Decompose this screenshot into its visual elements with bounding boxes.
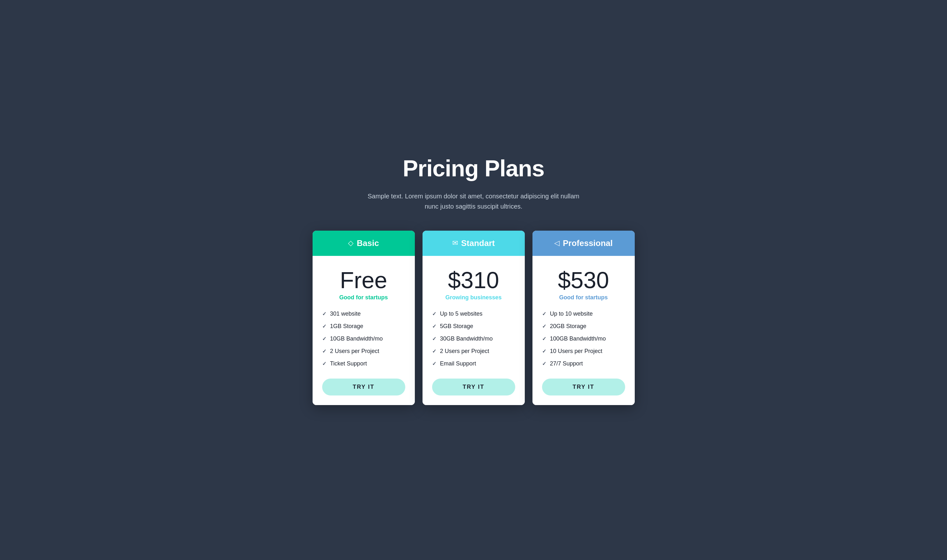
list-item: ✓10 Users per Project — [542, 348, 625, 355]
plan-body-standart: $310Growing businesses✓Up to 5 websites✓… — [422, 256, 525, 405]
feature-text: Ticket Support — [330, 360, 367, 367]
list-item: ✓2 Users per Project — [322, 348, 405, 355]
list-item: ✓Up to 5 websites — [432, 311, 515, 317]
checkmark-icon: ✓ — [542, 311, 546, 317]
feature-text: 20GB Storage — [550, 323, 587, 330]
list-item: ✓Ticket Support — [322, 360, 405, 367]
plan-card-professional: ◁Professional$530Good for startups✓Up to… — [533, 231, 635, 405]
list-item: ✓1GB Storage — [322, 323, 405, 330]
plan-header-basic: ◇Basic — [313, 231, 415, 256]
checkmark-icon: ✓ — [432, 311, 436, 317]
plan-tagline-standart: Growing businesses — [432, 294, 515, 301]
list-item: ✓20GB Storage — [542, 323, 625, 330]
checkmark-icon: ✓ — [322, 336, 326, 342]
list-item: ✓100GB Bandwidth/mo — [542, 335, 625, 342]
page-title: Pricing Plans — [282, 155, 665, 182]
plan-header-standart: ✉Standart — [422, 231, 525, 256]
checkmark-icon: ✓ — [322, 361, 326, 367]
page-wrapper: Pricing Plans Sample text. Lorem ipsum d… — [282, 155, 665, 405]
feature-text: 2 Users per Project — [330, 348, 379, 355]
checkmark-icon: ✓ — [542, 361, 546, 367]
feature-text: Up to 5 websites — [440, 311, 483, 317]
list-item: ✓30GB Bandwidth/mo — [432, 335, 515, 342]
checkmark-icon: ✓ — [542, 348, 546, 354]
feature-text: 30GB Bandwidth/mo — [440, 335, 493, 342]
feature-text: 100GB Bandwidth/mo — [550, 335, 606, 342]
checkmark-icon: ✓ — [322, 311, 326, 317]
feature-text: 301 website — [330, 311, 361, 317]
plan-price-professional: $530 — [542, 269, 625, 292]
list-item: ✓Email Support — [432, 360, 515, 367]
page-subtitle: Sample text. Lorem ipsum dolor sit amet,… — [362, 191, 585, 211]
list-item: ✓301 website — [322, 311, 405, 317]
plan-price-basic: Free — [322, 269, 405, 292]
checkmark-icon: ✓ — [542, 336, 546, 342]
try-it-button-basic[interactable]: TRY IT — [322, 378, 405, 395]
feature-text: 27/7 Support — [550, 360, 583, 367]
checkmark-icon: ✓ — [432, 361, 436, 367]
plan-card-standart: ✉Standart$310Growing businesses✓Up to 5 … — [422, 231, 525, 405]
checkmark-icon: ✓ — [432, 348, 436, 354]
plan-icon-standart: ✉ — [452, 239, 458, 247]
plan-icon-basic: ◇ — [348, 239, 354, 247]
plan-features-professional: ✓Up to 10 website✓20GB Storage✓100GB Ban… — [542, 311, 625, 367]
list-item: ✓27/7 Support — [542, 360, 625, 367]
feature-text: Email Support — [440, 360, 476, 367]
list-item: ✓5GB Storage — [432, 323, 515, 330]
try-it-button-professional[interactable]: TRY IT — [542, 378, 625, 395]
list-item: ✓10GB Bandwidth/mo — [322, 335, 405, 342]
list-item: ✓Up to 10 website — [542, 311, 625, 317]
plan-header-professional: ◁Professional — [533, 231, 635, 256]
plan-body-professional: $530Good for startups✓Up to 10 website✓2… — [533, 256, 635, 405]
try-it-button-standart[interactable]: TRY IT — [432, 378, 515, 395]
checkmark-icon: ✓ — [432, 323, 436, 329]
feature-text: 1GB Storage — [330, 323, 363, 330]
checkmark-icon: ✓ — [322, 323, 326, 329]
feature-text: 10GB Bandwidth/mo — [330, 335, 383, 342]
plan-tagline-basic: Good for startups — [322, 294, 405, 301]
plan-name-standart: Standart — [461, 238, 495, 248]
plan-icon-professional: ◁ — [554, 239, 560, 247]
plan-body-basic: FreeGood for startups✓301 website✓1GB St… — [313, 256, 415, 405]
plan-features-standart: ✓Up to 5 websites✓5GB Storage✓30GB Bandw… — [432, 311, 515, 367]
checkmark-icon: ✓ — [322, 348, 326, 354]
feature-text: 10 Users per Project — [550, 348, 602, 355]
list-item: ✓2 Users per Project — [432, 348, 515, 355]
plan-card-basic: ◇BasicFreeGood for startups✓301 website✓… — [313, 231, 415, 405]
plan-name-basic: Basic — [357, 238, 379, 248]
plan-price-standart: $310 — [432, 269, 515, 292]
feature-text: 5GB Storage — [440, 323, 473, 330]
plan-features-basic: ✓301 website✓1GB Storage✓10GB Bandwidth/… — [322, 311, 405, 367]
checkmark-icon: ✓ — [542, 323, 546, 329]
plan-tagline-professional: Good for startups — [542, 294, 625, 301]
feature-text: 2 Users per Project — [440, 348, 489, 355]
plan-name-professional: Professional — [563, 238, 613, 248]
feature-text: Up to 10 website — [550, 311, 593, 317]
plans-container: ◇BasicFreeGood for startups✓301 website✓… — [282, 231, 665, 405]
checkmark-icon: ✓ — [432, 336, 436, 342]
